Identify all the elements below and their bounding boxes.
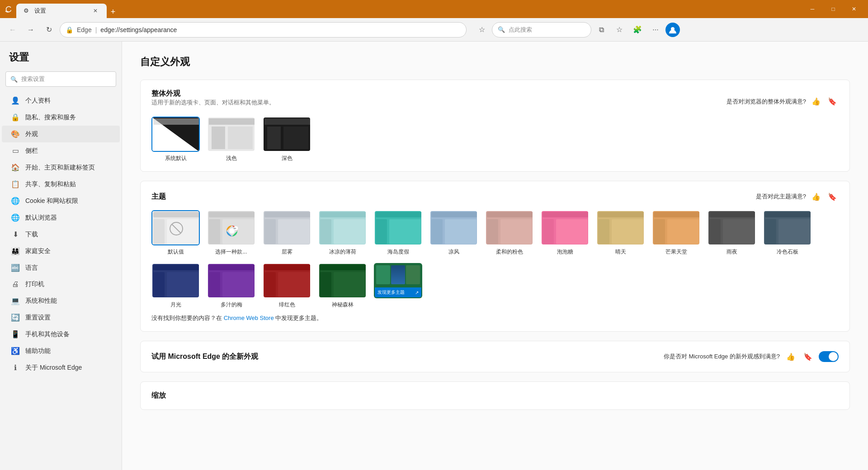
theme-label-mango: 芒果天堂 [665,248,687,256]
svg-rect-59 [709,212,756,217]
sidebar-item-profile[interactable]: 👤 个人资料 [2,92,120,109]
rainy-night-theme-preview-icon [708,211,756,245]
ice-mint-theme-preview-icon [319,211,367,245]
sidebar-item-default-browser[interactable]: 🌐 默认浏览器 [2,209,120,226]
bubblegum-theme-preview-icon [542,211,589,245]
svg-rect-52 [598,219,609,244]
theme-item-moonlight[interactable]: 月光 [151,263,200,309]
svg-rect-20 [209,219,220,244]
split-view-button[interactable]: ⧉ [593,22,609,38]
new-tab-button[interactable]: + [107,5,119,18]
theme-label-juicy-plum: 多汁的梅 [221,301,242,309]
theme-item-light[interactable]: 浅色 [207,117,255,162]
sidebar-item-language[interactable]: 🔤 语言 [2,259,120,276]
favorites-button[interactable]: ☆ [474,22,490,38]
sidebar-item-share[interactable]: 📋 共享、复制和粘贴 [2,176,120,193]
bottom-text-suffix: 中发现更多主题。 [275,315,322,321]
forward-button[interactable]: → [24,23,38,37]
new-look-thumbsup-button[interactable]: 👍 [784,350,797,363]
sidebar-item-system[interactable]: 💻 系统和性能 [2,292,120,309]
profile-avatar[interactable] [665,23,680,37]
tab-close-button[interactable]: ✕ [91,7,99,15]
new-look-toggle[interactable] [819,351,839,362]
theme-item-pink[interactable]: 柔和的粉色 [485,210,533,256]
svg-rect-10 [267,127,281,149]
theme-label-default: 默认值 [168,248,184,256]
theme-item-mango[interactable]: 芒果天堂 [652,210,700,256]
address-bar-input[interactable]: 🔒 Edge | edge://settings/appearance [60,22,467,38]
svg-rect-65 [778,219,810,244]
theme-item-system-default[interactable]: 系统默认 [151,117,200,162]
edge-logo-icon [4,5,12,13]
theme-item-breeze[interactable]: 凉风 [429,210,478,256]
discover-themes-label: 发现更多主题 [377,289,405,296]
svg-rect-64 [765,219,776,244]
search-bar[interactable]: 🔍 点此搜索 [492,22,591,38]
sidebar-item-cookies[interactable]: 🌐 Cookie 和网站权限 [2,193,120,209]
sidebar-item-about[interactable]: ℹ 关于 Microsoft Edge [2,359,120,376]
collections-button[interactable]: ☆ [611,22,627,38]
menu-button[interactable]: ··· [647,22,664,38]
theme-label-rainy-night: 雨夜 [726,248,737,256]
sidebar-item-family[interactable]: 👨‍👩‍👧 家庭安全 [2,243,120,259]
reload-button[interactable]: ↻ [42,23,56,37]
theme-item-cloud[interactable]: 层雾 [263,210,311,256]
privacy-icon: 🔒 [11,113,20,122]
window-controls-right: ─ □ ✕ [802,2,864,16]
close-button[interactable]: ✕ [844,2,864,16]
theme-item-dark[interactable]: 深色 [263,117,311,162]
new-look-bookmark-button[interactable]: 🔖 [802,350,814,363]
theme-section-title: 主题 [151,192,166,202]
overall-thumbsdown-button[interactable]: 🔖 [826,95,839,108]
sidebar-item-start[interactable]: 🏠 开始、主页和新建标签页 [2,159,120,176]
sidebar-item-downloads[interactable]: ⬇ 下载 [2,226,120,243]
sidebar-item-privacy[interactable]: 🔒 隐私、搜索和服务 [2,109,120,126]
theme-item-bubblegum[interactable]: 泡泡糖 [541,210,589,256]
sidebar-item-mobile[interactable]: 📱 手机和其他设备 [2,326,120,343]
theme-item-island[interactable]: 海岛度假 [374,210,422,256]
sidebar-item-reset[interactable]: 🔄 重置设置 [2,309,120,326]
theme-thumbsup-button[interactable]: 👍 [810,190,822,203]
theme-item-choose[interactable]: ✏ 选择一种款... [207,210,255,256]
sidebar-item-sidebar[interactable]: ▭ 侧栏 [2,142,120,159]
svg-rect-45 [500,219,532,244]
theme-preview-juicy-plum [207,263,255,298]
chrome-web-store-link[interactable]: Chrome Web Store [224,315,274,321]
tab-title: 设置 [34,7,46,15]
browser-window: ⚙ 设置 ✕ + ─ □ ✕ ← → ↻ 🔒 Edge | edge://set… [0,0,868,470]
theme-item-ice-mint[interactable]: 冰凉的薄荷 [318,210,367,256]
theme-item-sunny[interactable]: 晴天 [596,210,645,256]
sidebar-item-appearance[interactable]: 🎨 外观 [2,126,120,142]
overall-thumbsup-button[interactable]: 👍 [810,95,822,108]
appearance-icon: 🎨 [11,130,20,138]
theme-bookmark-button[interactable]: 🔖 [826,190,839,203]
svg-rect-6 [212,127,225,149]
svg-rect-5 [209,118,255,125]
theme-item-crimson[interactable]: 绯红色 [263,263,311,309]
sidebar-item-accessibility[interactable]: ♿ 辅助功能 [2,343,120,359]
minimize-button[interactable]: ─ [802,2,823,16]
maximize-button[interactable]: □ [823,2,844,16]
theme-preview-breeze [429,210,478,245]
theme-item-default[interactable]: 默认值 [151,210,200,256]
mango-theme-preview-icon [653,211,700,245]
theme-item-rainy-night[interactable]: 雨夜 [708,210,756,256]
svg-rect-37 [389,219,421,244]
sidebar-item-print[interactable]: 🖨 打印机 [2,276,120,292]
extensions-button[interactable]: 🧩 [629,22,646,38]
breeze-theme-preview-icon [430,211,478,245]
theme-preview-light [207,117,255,152]
back-button[interactable]: ← [5,23,20,37]
theme-item-cool-slate[interactable]: 冷色石板 [763,210,811,256]
svg-rect-47 [542,212,589,217]
main-content: 设置 🔍 搜索设置 👤 个人资料 🔒 隐私、搜索和服务 🎨 外观 ▭ 侧栏 [0,42,868,470]
svg-rect-76 [264,272,276,297]
theme-item-secret-forest[interactable]: 神秘森林 [318,263,367,309]
settings-tab[interactable]: ⚙ 设置 ✕ [16,4,107,18]
theme-item-juicy-plum[interactable]: 多汁的梅 [207,263,255,309]
sidebar-item-reset-label: 重置设置 [25,314,51,322]
content-area: 自定义外观 整体外观 适用于新的选项卡、页面、对话框和其他菜单。 是否对浏览器的… [122,42,868,470]
sidebar-search[interactable]: 🔍 搜索设置 [5,71,116,87]
theme-item-discover[interactable]: 发现更多主题 ↗ [374,263,422,309]
svg-rect-49 [556,219,588,244]
